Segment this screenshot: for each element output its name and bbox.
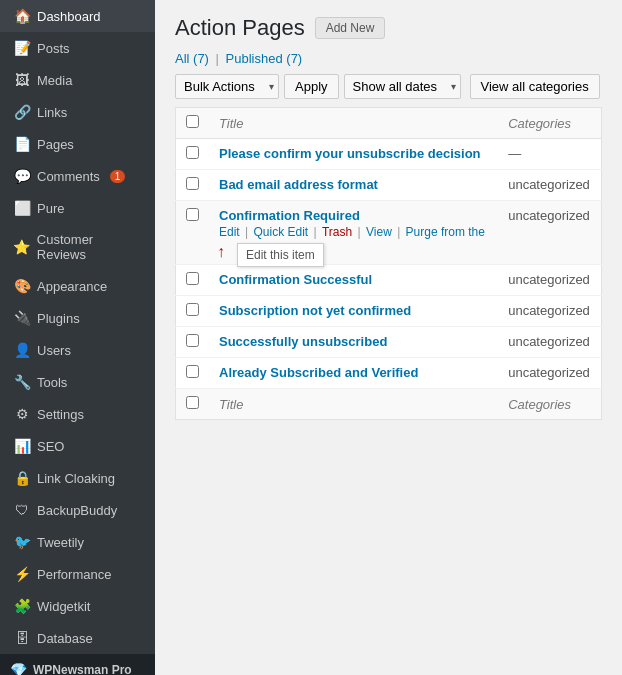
row-cb-7 xyxy=(176,358,210,389)
sidebar-label-seo: SEO xyxy=(37,439,64,454)
view-all-categories-button[interactable]: View all categories xyxy=(470,74,600,99)
dates-select[interactable]: Show all dates xyxy=(344,74,461,99)
sidebar-label-tweetily: Tweetily xyxy=(37,535,84,550)
row-title-link-2[interactable]: Bad email address format xyxy=(219,177,378,192)
sidebar-label-pages: Pages xyxy=(37,137,74,152)
bulk-actions-select[interactable]: Bulk Actions xyxy=(175,74,279,99)
comments-badge: 1 xyxy=(110,170,126,183)
sidebar-item-backupbuddy[interactable]: 🛡BackupBuddy xyxy=(0,494,155,526)
sidebar-item-tools[interactable]: 🔧Tools xyxy=(0,366,155,398)
row-cb-6 xyxy=(176,327,210,358)
row-checkbox-3[interactable] xyxy=(186,208,199,221)
table-row: Subscription not yet confirmeduncategori… xyxy=(176,296,602,327)
sidebar-item-dashboard[interactable]: 🏠Dashboard xyxy=(0,0,155,32)
sidebar-label-widgetkit: Widgetkit xyxy=(37,599,90,614)
row-title-cell-7: Already Subscribed and Verified xyxy=(209,358,498,389)
sidebar-label-dashboard: Dashboard xyxy=(37,9,101,24)
sidebar-item-media[interactable]: 🖼Media xyxy=(0,64,155,96)
add-new-button[interactable]: Add New xyxy=(315,17,386,39)
media-icon: 🖼 xyxy=(13,72,31,88)
row-title-link-6[interactable]: Successfully unsubscribed xyxy=(219,334,387,349)
filter-links: All (7) | Published (7) xyxy=(175,51,602,66)
sidebar-item-appearance[interactable]: 🎨Appearance xyxy=(0,270,155,302)
dashboard-icon: 🏠 xyxy=(13,8,31,24)
row-title-cell-2: Bad email address format xyxy=(209,170,498,201)
trash-link[interactable]: Trash xyxy=(322,225,352,239)
page-title: Action Pages xyxy=(175,15,305,41)
sidebar-footer[interactable]: 💎 WPNewsman Pro xyxy=(0,654,155,675)
sidebar-item-plugins[interactable]: 🔌Plugins xyxy=(0,302,155,334)
sidebar-item-pages[interactable]: 📄Pages xyxy=(0,128,155,160)
row-checkbox-2[interactable] xyxy=(186,177,199,190)
table-row: Already Subscribed and Verifieduncategor… xyxy=(176,358,602,389)
edit-link[interactable]: Edit xyxy=(219,225,240,239)
sidebar-label-posts: Posts xyxy=(37,41,70,56)
seo-icon: 📊 xyxy=(13,438,31,454)
title-header: Title xyxy=(209,108,498,139)
sidebar-item-seo[interactable]: 📊SEO xyxy=(0,430,155,462)
row-title-cell-5: Subscription not yet confirmed xyxy=(209,296,498,327)
view-link[interactable]: View xyxy=(366,225,392,239)
posts-icon: 📝 xyxy=(13,40,31,56)
pages-icon: 📄 xyxy=(13,136,31,152)
pure-icon: ⬜ xyxy=(13,200,31,216)
sidebar-label-comments: Comments xyxy=(37,169,100,184)
sidebar-label-settings: Settings xyxy=(37,407,84,422)
row-title-cell-1: Please confirm your unsubscribe decision xyxy=(209,139,498,170)
toolbar: Bulk Actions ▾ Apply Show all dates ▾ Vi… xyxy=(175,74,602,99)
filter-all[interactable]: All (7) xyxy=(175,51,209,66)
row-checkbox-5[interactable] xyxy=(186,303,199,316)
sidebar-item-database[interactable]: 🗄Database xyxy=(0,622,155,654)
row-checkbox-7[interactable] xyxy=(186,365,199,378)
sidebar-item-performance[interactable]: ⚡Performance xyxy=(0,558,155,590)
row-title-link-7[interactable]: Already Subscribed and Verified xyxy=(219,365,418,380)
row-checkbox-6[interactable] xyxy=(186,334,199,347)
quick-edit-link[interactable]: Quick Edit xyxy=(253,225,308,239)
row-category-4: uncategorized xyxy=(498,265,601,296)
sidebar-item-customer-reviews[interactable]: ⭐Customer Reviews xyxy=(0,224,155,270)
row-title-cell-4: Confirmation Successful xyxy=(209,265,498,296)
comments-icon: 💬 xyxy=(13,168,31,184)
sidebar-item-users[interactable]: 👤Users xyxy=(0,334,155,366)
row-category-5: uncategorized xyxy=(498,296,601,327)
sidebar-item-widgetkit[interactable]: 🧩Widgetkit xyxy=(0,590,155,622)
sidebar-item-tweetily[interactable]: 🐦Tweetily xyxy=(0,526,155,558)
select-all-footer xyxy=(176,389,210,420)
select-all-header xyxy=(176,108,210,139)
row-title-link-4[interactable]: Confirmation Successful xyxy=(219,272,372,287)
row-actions-3: EditEdit this item | Quick Edit | Trash … xyxy=(219,225,488,239)
select-all-footer-checkbox[interactable] xyxy=(186,396,199,409)
row-checkbox-4[interactable] xyxy=(186,272,199,285)
table-row: Confirmation RequiredEditEdit this item … xyxy=(176,201,602,265)
sidebar-item-links[interactable]: 🔗Links xyxy=(0,96,155,128)
purge-link[interactable]: Purge from the xyxy=(406,225,485,239)
customer-reviews-icon: ⭐ xyxy=(13,239,31,255)
sidebar-label-media: Media xyxy=(37,73,72,88)
table-row: Bad email address formatuncategorized xyxy=(176,170,602,201)
backupbuddy-icon: 🛡 xyxy=(13,502,31,518)
sidebar-item-posts[interactable]: 📝Posts xyxy=(0,32,155,64)
table-row: Please confirm your unsubscribe decision… xyxy=(176,139,602,170)
table-row: Confirmation Successfuluncategorized xyxy=(176,265,602,296)
row-title-link-1[interactable]: Please confirm your unsubscribe decision xyxy=(219,146,481,161)
filter-published[interactable]: Published (7) xyxy=(226,51,303,66)
wpnewsman-icon: 💎 xyxy=(10,662,27,675)
categories-header: Categories xyxy=(498,108,601,139)
bulk-actions-wrap: Bulk Actions ▾ xyxy=(175,74,279,99)
links-icon: 🔗 xyxy=(13,104,31,120)
edit-tooltip-wrap: EditEdit this item xyxy=(219,225,240,239)
sidebar: 🏠Dashboard📝Posts🖼Media🔗Links📄Pages💬Comme… xyxy=(0,0,155,675)
sidebar-item-settings[interactable]: ⚙Settings xyxy=(0,398,155,430)
row-checkbox-1[interactable] xyxy=(186,146,199,159)
sidebar-item-comments[interactable]: 💬Comments1 xyxy=(0,160,155,192)
sidebar-item-link-cloaking[interactable]: 🔒Link Cloaking xyxy=(0,462,155,494)
apply-button[interactable]: Apply xyxy=(284,74,339,99)
tools-icon: 🔧 xyxy=(13,374,31,390)
sidebar-item-pure[interactable]: ⬜Pure xyxy=(0,192,155,224)
plugins-icon: 🔌 xyxy=(13,310,31,326)
row-title-link-5[interactable]: Subscription not yet confirmed xyxy=(219,303,411,318)
sidebar-label-backupbuddy: BackupBuddy xyxy=(37,503,117,518)
select-all-checkbox[interactable] xyxy=(186,115,199,128)
sidebar-label-performance: Performance xyxy=(37,567,111,582)
row-title-link-3[interactable]: Confirmation Required xyxy=(219,208,360,223)
